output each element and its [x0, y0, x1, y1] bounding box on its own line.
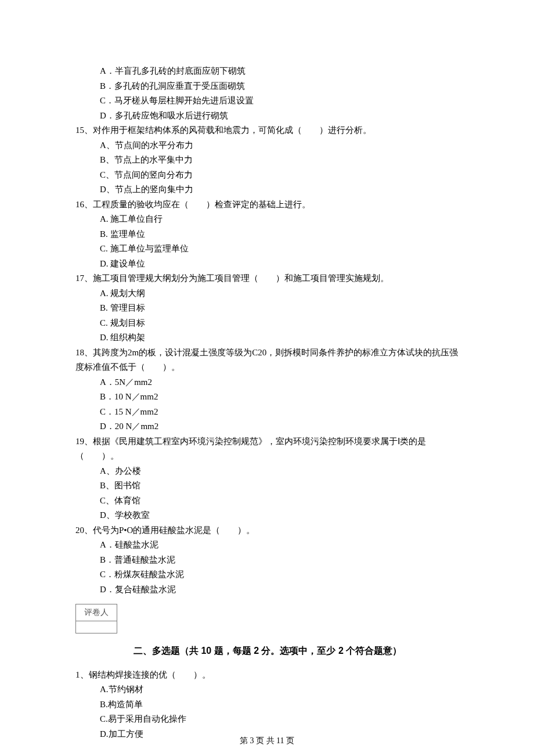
scorer-label: 评卷人	[76, 604, 117, 621]
option-text: D．复合硅酸盐水泥	[100, 582, 459, 597]
options-block: A. 规划大纲 B. 管理目标 C. 规划目标 D. 组织构架	[75, 286, 459, 345]
option-text: B．普通硅酸盐水泥	[100, 553, 459, 568]
question-stem: 18、其跨度为2m的板，设计混凝土强度等级为C20，则拆模时同条件养护的标准立方…	[75, 345, 459, 375]
option-text: B.构造简单	[100, 697, 459, 712]
page-container: A．半盲孔多孔砖的封底面应朝下砌筑 B．多孔砖的孔洞应垂直于受压面砌筑 C．马牙…	[0, 0, 534, 756]
option-text: A、节点间的水平分布力	[100, 138, 459, 153]
option-text: B、图书馆	[100, 478, 459, 494]
option-text: C. 施工单位与监理单位	[100, 242, 459, 257]
option-text: D．多孔砖应饱和吸水后进行砌筑	[100, 109, 459, 124]
options-block: A.节约钢材 B.构造简单 C.易于采用自动化操作 D.加工方便	[75, 682, 459, 741]
option-text: A．半盲孔多孔砖的封底面应朝下砌筑	[100, 64, 459, 79]
option-text: C.易于采用自动化操作	[100, 712, 459, 727]
option-text: C、体育馆	[100, 494, 459, 509]
option-text: A、办公楼	[100, 464, 459, 479]
options-block: A、办公楼 B、图书馆 C、体育馆 D、学校教室	[75, 464, 459, 523]
option-text: D. 建设单位	[100, 257, 459, 272]
option-text: D．20 N／mm2	[100, 419, 459, 434]
option-text: C．粉煤灰硅酸盐水泥	[100, 567, 459, 582]
option-text: B．10 N／mm2	[100, 390, 459, 405]
options-block: A. 施工单位自行 B. 监理单位 C. 施工单位与监理单位 D. 建设单位	[75, 212, 459, 271]
question-stem: 19、根据《民用建筑工程室内环境污染控制规范》，室内环境污染控制环境要求属于Ⅰ类…	[75, 434, 459, 464]
question-stem: 1、钢结构焊接连接的优（ ）。	[75, 668, 459, 683]
scorer-empty-cell	[76, 621, 117, 633]
question-stem: 15、对作用于框架结构体系的风荷载和地震力，可简化成（ ）进行分析。	[75, 123, 459, 138]
option-text: A.节约钢材	[100, 682, 459, 697]
option-text: C. 规划目标	[100, 316, 459, 331]
question-stem: 20、代号为P•O的通用硅酸盐水泥是（ ）。	[75, 523, 459, 538]
option-text: C．马牙槎从每层柱脚开始先进后退设置	[100, 93, 459, 109]
option-text: A. 施工单位自行	[100, 212, 459, 227]
option-text: D、节点上的竖向集中力	[100, 182, 459, 197]
option-text: C．15 N／mm2	[100, 405, 459, 420]
option-text: A．硅酸盐水泥	[100, 538, 459, 553]
option-text: D、学校教室	[100, 508, 459, 523]
prev-question-options: A．半盲孔多孔砖的封底面应朝下砌筑 B．多孔砖的孔洞应垂直于受压面砌筑 C．马牙…	[75, 64, 459, 123]
section-title: 二、多选题（共 10 题，每题 2 分。选项中，至少 2 个符合题意）	[134, 643, 459, 658]
option-text: A．5N／mm2	[100, 375, 459, 390]
option-text: B、节点上的水平集中力	[100, 153, 459, 168]
options-block: A．5N／mm2 B．10 N／mm2 C．15 N／mm2 D．20 N／mm…	[75, 375, 459, 434]
question-stem: 16、工程质量的验收均应在（ ）检查评定的基础上进行。	[75, 197, 459, 213]
option-text: B. 监理单位	[100, 227, 459, 242]
options-block: A．硅酸盐水泥 B．普通硅酸盐水泥 C．粉煤灰硅酸盐水泥 D．复合硅酸盐水泥	[75, 538, 459, 597]
option-text: C、节点间的竖向分布力	[100, 168, 459, 183]
page-footer: 第 3 页 共 11 页	[0, 734, 534, 748]
option-text: B．多孔砖的孔洞应垂直于受压面砌筑	[100, 79, 459, 94]
option-text: A. 规划大纲	[100, 286, 459, 301]
scorer-box: 评卷人	[75, 604, 459, 633]
question-stem: 17、施工项目管理规大纲划分为施工项目管理（ ）和施工项目管理实施规划。	[75, 271, 459, 286]
option-text: D. 组织构架	[100, 330, 459, 345]
options-block: A、节点间的水平分布力 B、节点上的水平集中力 C、节点间的竖向分布力 D、节点…	[75, 138, 459, 197]
option-text: B. 管理目标	[100, 301, 459, 316]
